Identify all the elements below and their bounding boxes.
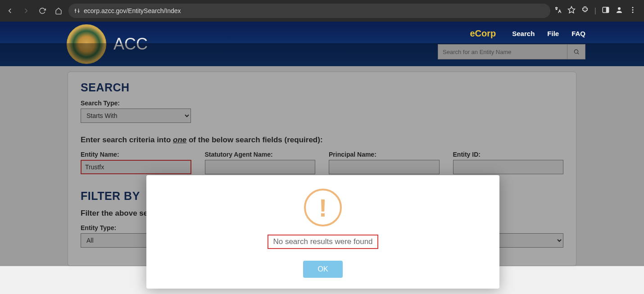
side-panel-icon[interactable]: [602, 6, 610, 16]
warning-icon: !: [304, 189, 342, 226]
profile-icon[interactable]: [615, 6, 623, 16]
bookmark-star-icon[interactable]: [567, 6, 576, 16]
nav-search[interactable]: Search: [512, 30, 535, 37]
modal-message: No search results were found: [273, 237, 372, 246]
svg-marker-2: [568, 7, 575, 13]
ecorp-label: eCorp: [470, 28, 496, 39]
svg-point-8: [632, 12, 634, 13]
extensions-icon[interactable]: [581, 6, 589, 16]
browser-toolbar: ecorp.azcc.gov/EntitySearch/Index |: [0, 0, 644, 22]
address-bar[interactable]: ecorp.azcc.gov/EntitySearch/Index: [68, 4, 550, 18]
reload-button[interactable]: [36, 5, 49, 17]
back-button[interactable]: [4, 5, 16, 17]
translate-icon[interactable]: [554, 6, 562, 16]
nav-faq[interactable]: FAQ: [571, 30, 585, 37]
svg-point-5: [618, 7, 621, 10]
no-results-modal: ! No search results were found OK: [146, 175, 499, 289]
svg-point-7: [632, 9, 634, 11]
header-nav: eCorp Search File FAQ: [470, 28, 585, 39]
nav-file[interactable]: File: [547, 30, 559, 37]
modal-ok-button[interactable]: OK: [303, 261, 342, 278]
svg-rect-4: [606, 7, 609, 13]
menu-icon[interactable]: [629, 6, 637, 16]
forward-button[interactable]: [20, 5, 32, 17]
svg-point-6: [632, 7, 634, 8]
url-text: ecorp.azcc.gov/EntitySearch/Index: [84, 7, 181, 14]
svg-point-1: [78, 11, 79, 12]
browser-right-icons: |: [554, 6, 640, 16]
home-button[interactable]: [52, 5, 65, 17]
site-settings-icon: [74, 8, 80, 14]
svg-point-0: [75, 10, 76, 11]
